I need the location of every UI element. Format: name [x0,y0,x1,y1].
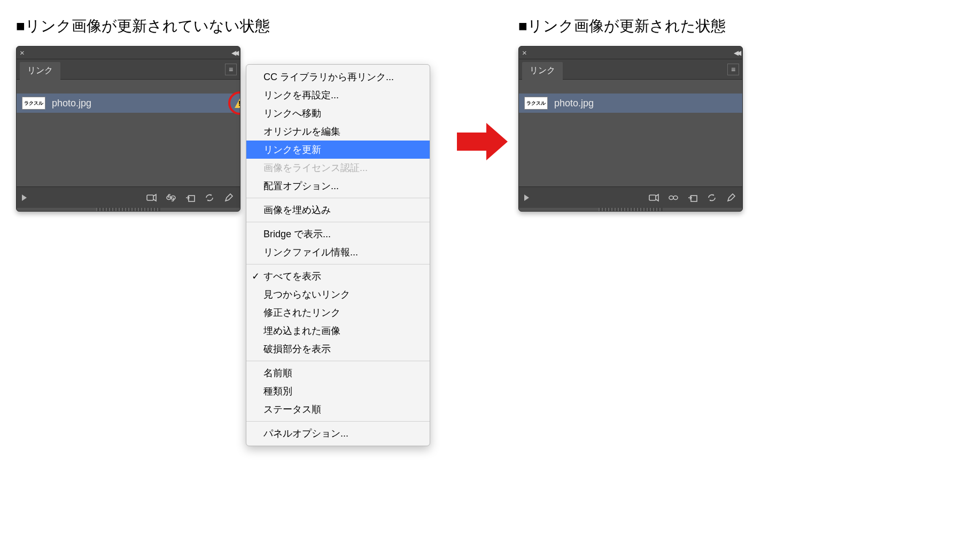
links-panel-right: × ◀◀ リンク ≡ ラクスル photo.jpg [518,46,743,212]
menu-license-image: 画像をライセンス認証... [246,159,430,177]
tabs-row: リンク ≡ [519,59,742,80]
arrow-icon [457,123,508,160]
menu-show-missing[interactable]: 見つからないリンク [246,285,430,304]
thumbnail: ラクスル [22,97,45,110]
menu-separator [246,361,430,361]
close-icon[interactable]: × [20,48,25,57]
edit-original-icon[interactable] [725,192,737,204]
tab-links[interactable]: リンク [522,62,563,80]
resize-grip[interactable] [599,208,663,211]
collapse-icon[interactable]: ◀◀ [734,49,739,57]
svg-rect-8 [691,196,697,201]
thumbnail: ラクスル [524,97,548,110]
menu-placement-options[interactable]: 配置オプション... [246,177,430,195]
disclosure-icon[interactable] [22,195,27,201]
menu-link-file-info[interactable]: リンクファイル情報... [246,243,430,261]
goto-link-icon[interactable] [184,192,196,204]
menu-reveal-bridge[interactable]: Bridge で表示... [246,225,430,243]
update-link-icon[interactable] [204,192,215,204]
menu-edit-original[interactable]: オリジナルを編集 [246,122,430,141]
tabs-row: リンク ≡ [17,59,240,80]
links-panel-left: × ◀◀ リンク ≡ ラクスル photo.jpg [16,46,240,212]
menu-embed-image[interactable]: 画像を埋め込み [246,201,430,219]
menu-relink[interactable]: リンクを再設定... [246,86,430,104]
resize-grip[interactable] [96,208,160,211]
menu-separator [246,421,430,422]
menu-sort-status[interactable]: ステータス順 [246,400,430,418]
panel-context-menu: CC ライブラリから再リンク... リンクを再設定... リンクへ移動 オリジナ… [246,64,430,446]
panel-menu-button[interactable]: ≡ [225,64,237,75]
menu-sort-kind[interactable]: 種類別 [246,382,430,400]
collapse-icon[interactable]: ◀◀ [231,49,237,57]
panel-titlebar: × ◀◀ [17,46,240,59]
check-icon: ✓ [252,270,260,282]
menu-panel-options[interactable]: パネルオプション... [246,424,430,442]
menu-show-all[interactable]: ✓すべてを表示 [246,267,430,285]
link-row[interactable]: ラクスル photo.jpg [17,94,240,113]
menu-show-embedded[interactable]: 埋め込まれた画像 [246,322,430,340]
menu-relink-cc[interactable]: CC ライブラリから再リンク... [246,68,430,86]
heading-not-updated: ■リンク画像が更新されていない状態 [16,16,270,36]
menu-show-damaged[interactable]: 破損部分を表示 [246,340,430,358]
link-icon[interactable] [667,192,679,204]
menu-goto-link[interactable]: リンクへ移動 [246,104,430,122]
svg-rect-0 [147,195,153,200]
warning-highlight-circle [228,91,240,115]
menu-separator [246,264,430,265]
link-row[interactable]: ラクスル photo.jpg [519,94,742,113]
panel-footer [17,186,240,208]
menu-separator [246,198,430,198]
menu-update-link[interactable]: リンクを更新 [246,141,430,159]
menu-sort-name[interactable]: 名前順 [246,364,430,382]
svg-marker-4 [457,123,508,160]
relink-cc-icon[interactable] [648,192,660,204]
menu-show-modified[interactable]: 修正されたリンク [246,304,430,322]
panel-footer [519,186,742,208]
disclosure-icon[interactable] [524,195,529,201]
close-icon[interactable]: × [522,48,527,57]
link-list: ラクスル photo.jpg [519,80,742,186]
goto-link-icon[interactable] [687,192,698,204]
tab-links[interactable]: リンク [20,62,60,80]
panel-titlebar: × ◀◀ [519,46,742,59]
link-icon[interactable] [165,192,177,204]
menu-separator [246,222,430,222]
svg-rect-5 [649,195,656,200]
svg-rect-3 [189,196,195,201]
svg-point-6 [669,196,673,199]
svg-point-7 [673,196,678,199]
warning-icon [235,98,240,108]
link-list: ラクスル photo.jpg [17,80,240,186]
heading-updated: ■リンク画像が更新された状態 [518,16,743,36]
panel-menu-button[interactable]: ≡ [727,64,739,75]
edit-original-icon[interactable] [223,192,235,204]
relink-cc-icon[interactable] [146,192,158,204]
update-link-icon[interactable] [706,192,718,204]
link-filename: photo.jpg [52,98,91,109]
menu-item-label: すべてを表示 [263,271,321,282]
link-filename: photo.jpg [554,98,594,109]
